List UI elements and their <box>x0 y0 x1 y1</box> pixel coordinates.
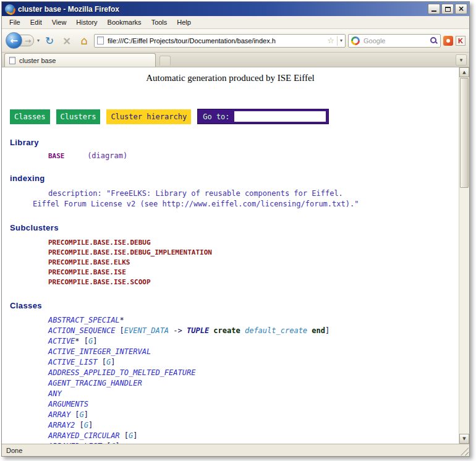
class-link[interactable]: ARRAYED_CIRCULAR <box>48 431 120 440</box>
maximize-icon <box>445 7 451 12</box>
class-list-item: ANY <box>48 389 459 399</box>
class-code-segment: ] <box>111 358 115 366</box>
window-title: cluster base - Mozilla Firefox <box>18 5 425 14</box>
class-link[interactable]: ARRAY2 <box>48 421 75 429</box>
classes-list: ABSTRACT_SPECIAL*ACTION_SEQUENCE [EVENT_… <box>2 315 459 444</box>
history-dropdown-icon[interactable]: ▾ <box>37 38 40 43</box>
status-bar: Done <box>2 444 469 456</box>
scroll-up-button[interactable]: ▲ <box>459 67 469 77</box>
menu-bookmarks[interactable]: Bookmarks <box>103 17 147 28</box>
back-button[interactable]: ← <box>6 32 22 49</box>
class-code-segment: [ <box>70 410 79 419</box>
menu-view[interactable]: View <box>47 17 72 28</box>
tab-bar: cluster base ▾ <box>2 53 469 67</box>
search-input[interactable] <box>362 36 427 45</box>
goto-group: Go to: <box>197 109 328 124</box>
minimize-icon <box>431 10 436 12</box>
subcluster-link[interactable]: PRECOMPILE.BASE.ISE <box>48 268 459 277</box>
class-link[interactable]: ARRAY <box>48 410 70 419</box>
bookmark-star-icon[interactable]: ☆ <box>327 36 334 45</box>
scrollbar-thumb[interactable] <box>460 78 469 188</box>
menu-edit[interactable]: Edit <box>25 17 47 28</box>
scroll-down-button[interactable]: ▼ <box>459 434 469 444</box>
class-code-segment: EVENT_DATA <box>124 326 169 335</box>
class-link[interactable]: ACTIVE_LIST <box>48 358 97 366</box>
class-code-segment: ] <box>93 337 97 345</box>
addon-badge-icon[interactable] <box>443 36 453 46</box>
tab-cluster-base[interactable]: cluster base <box>4 53 156 67</box>
resize-grip[interactable] <box>461 447 469 455</box>
class-code-segment: ] <box>325 326 329 335</box>
search-magnifier-icon[interactable] <box>430 36 438 44</box>
status-text: Done <box>6 447 22 454</box>
document-body: Automatic generation produced by ISE Eif… <box>2 67 459 444</box>
class-link[interactable]: ABSTRACT_SPECIAL <box>48 316 120 324</box>
class-list-item: ACTIVE* [G] <box>48 336 459 347</box>
menu-history[interactable]: History <box>71 17 102 28</box>
indexing-description-line2: Eiffel Forum License v2 (see http://www.… <box>33 199 459 209</box>
class-link[interactable]: ACTIVE_INTEGER_INTERVAL <box>48 347 151 356</box>
subcluster-link[interactable]: PRECOMPILE.BASE.ISE.DEBUG <box>48 238 459 248</box>
tab-label: cluster base <box>19 57 56 64</box>
subcluster-link[interactable]: PRECOMPILE.BASE.ISE.SCOOP <box>48 277 459 287</box>
menu-tools[interactable]: Tools <box>147 17 172 28</box>
classes-heading: Classes <box>10 301 459 310</box>
diagram-link[interactable]: (diagram) <box>87 151 127 160</box>
navigation-toolbar: ← → ▾ ↻ × ⌂ ☆ ▾ K <box>2 29 469 53</box>
class-link[interactable]: AGENT_TRACING_HANDLER <box>48 379 142 387</box>
google-icon[interactable] <box>351 36 360 45</box>
cluster-hierarchy-button[interactable]: Cluster hierarchy <box>106 109 191 124</box>
content-area: Automatic generation produced by ISE Eif… <box>2 67 469 444</box>
url-bar: ☆ ▾ <box>94 34 346 48</box>
list-all-tabs-button[interactable]: ▾ <box>456 54 467 66</box>
vertical-scrollbar[interactable]: ▲ ▼ <box>459 67 469 444</box>
goto-input[interactable] <box>234 111 326 122</box>
library-heading: Library <box>10 138 459 147</box>
class-list-item: ACTION_SEQUENCE [EVENT_DATA -> TUPLE cre… <box>48 326 459 336</box>
scrollbar-track[interactable] <box>459 188 469 434</box>
minimize-button[interactable] <box>428 4 440 14</box>
class-link[interactable]: ARGUMENTS <box>48 400 88 408</box>
class-link[interactable]: ACTIVE <box>48 337 75 345</box>
library-name-link[interactable]: BASE <box>48 152 65 160</box>
url-dropdown-icon[interactable]: ▾ <box>337 36 342 46</box>
class-code-segment: ] <box>84 410 88 419</box>
home-button[interactable]: ⌂ <box>77 33 91 48</box>
class-code-segment: default_create <box>245 326 307 335</box>
class-list-item: ABSTRACT_SPECIAL* <box>48 315 459 326</box>
class-list-item: ARGUMENTS <box>48 399 459 410</box>
class-link[interactable]: ANY <box>48 389 62 398</box>
library-entry: BASE (diagram) <box>48 151 459 160</box>
clusters-button[interactable]: Clusters <box>56 109 101 124</box>
menu-bar: FileEditViewHistoryBookmarksToolsHelp <box>2 16 469 29</box>
title-bar: cluster base - Mozilla Firefox × <box>2 2 469 16</box>
refresh-button[interactable]: ↻ <box>42 33 57 48</box>
classes-button[interactable]: Classes <box>10 109 50 124</box>
maximize-button[interactable] <box>441 4 454 14</box>
class-list-item: ARRAY [G] <box>48 410 459 420</box>
class-code-segment: ] <box>88 421 93 429</box>
search-bar <box>348 34 441 48</box>
indexing-description-line1: description: "FreeELKS: Library of reusa… <box>48 188 459 199</box>
close-icon: × <box>458 4 464 14</box>
subcluster-link[interactable]: PRECOMPILE.BASE.ELKS <box>48 258 459 268</box>
menu-file[interactable]: File <box>4 17 25 28</box>
subcluster-link[interactable]: PRECOMPILE.BASE.ISE.DEBUG_IMPLEMENTATION <box>48 248 459 258</box>
doc-nav-row: Classes Clusters Cluster hierarchy Go to… <box>10 109 459 124</box>
close-button[interactable]: × <box>455 4 467 14</box>
class-code-segment: * <box>120 316 124 324</box>
stop-button[interactable]: × <box>59 33 74 48</box>
class-code-segment: G <box>80 410 84 419</box>
addon-k-icon[interactable]: K <box>456 36 465 46</box>
class-link[interactable]: ACTION_SEQUENCE <box>48 326 115 335</box>
url-input[interactable] <box>106 36 325 45</box>
class-list-item: ACTIVE_INTEGER_INTERVAL <box>48 347 459 357</box>
menu-help[interactable]: Help <box>172 17 196 28</box>
firefox-icon <box>5 4 15 14</box>
class-link[interactable]: ADDRESS_APPLIED_TO_MELTED_FEATURE <box>48 368 195 377</box>
generation-banner: Automatic generation produced by ISE Eif… <box>2 73 459 83</box>
class-list-item: ADDRESS_APPLIED_TO_MELTED_FEATURE <box>48 368 459 378</box>
class-code-segment: TUPLE <box>187 326 209 335</box>
class-code-segment: [ <box>120 431 129 440</box>
class-code-segment: ] <box>133 431 137 440</box>
